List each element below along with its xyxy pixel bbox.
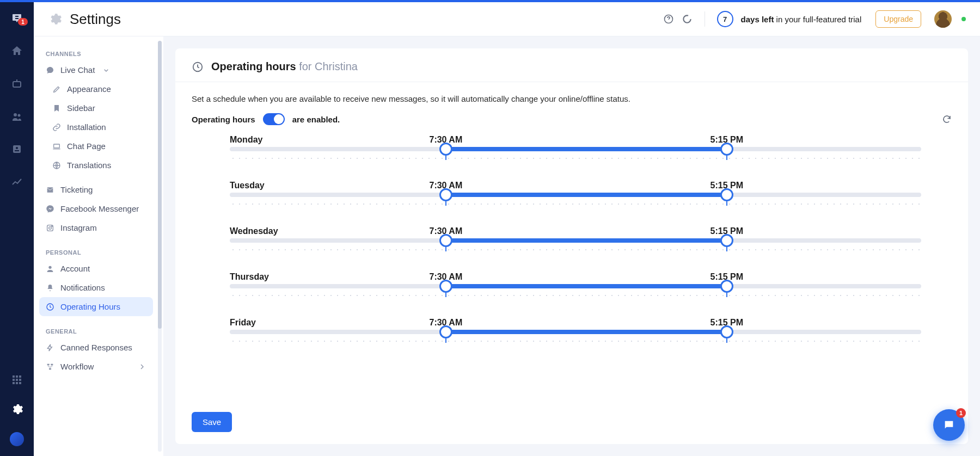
sidebar-item-label: Sidebar (67, 103, 95, 113)
toggle-row: Operating hours are enabled. (192, 113, 952, 125)
svg-rect-11 (19, 379, 21, 381)
day-row: Monday 7:30 AM 5:15 PM (230, 135, 921, 160)
fab-badge: 1 (956, 408, 966, 418)
sidebar-item-sidebar[interactable]: Sidebar (39, 98, 153, 118)
chat-fab[interactable]: 1 (933, 409, 965, 441)
slider-handle-start[interactable] (439, 280, 452, 293)
day-row: Wednesday 7:30 AM 5:15 PM (230, 226, 921, 251)
sidebar-item-label: Notifications (60, 283, 105, 292)
slider-handle-start[interactable] (439, 325, 452, 338)
sidebar-item-facebook[interactable]: Facebook Messenger (39, 199, 153, 218)
slider-ticks (230, 246, 921, 251)
time-slider[interactable] (230, 238, 921, 243)
sidebar-item-translations[interactable]: Translations (39, 156, 153, 175)
trial-days-badge: 7 (717, 11, 733, 27)
inbox-icon[interactable]: 1 (10, 12, 23, 25)
chevron-down-icon (102, 66, 111, 75)
time-slider[interactable] (230, 330, 921, 334)
pencil-icon (52, 85, 61, 94)
card-title: Operating hours for Christina (211, 60, 358, 73)
sidebar-item-label: Workflow (60, 362, 94, 371)
sidebar-item-notifications[interactable]: Notifications (39, 278, 153, 297)
bookmark-icon (52, 104, 61, 113)
bot-icon[interactable] (10, 77, 23, 90)
home-icon[interactable] (10, 45, 23, 58)
app-root: 1 (0, 2, 980, 456)
content: Operating hours for Christina Set a sche… (163, 36, 980, 456)
svg-rect-13 (16, 382, 18, 384)
day-row: Tuesday 7:30 AM 5:15 PM (230, 181, 921, 206)
brand-logo[interactable] (10, 432, 24, 446)
svg-rect-8 (19, 375, 21, 378)
header-divider (705, 11, 705, 27)
svg-rect-9 (13, 379, 15, 381)
apps-icon[interactable] (10, 373, 23, 386)
slider-handle-start[interactable] (439, 143, 452, 156)
svg-rect-26 (49, 368, 51, 369)
time-slider[interactable] (230, 147, 921, 151)
svg-rect-5 (15, 150, 19, 151)
sidebar-head-channels: CHANNELS (39, 46, 153, 60)
slider-handle-start[interactable] (439, 234, 452, 247)
nav-rail: 1 (0, 2, 34, 456)
sidebar-item-label: Account (60, 264, 90, 273)
page-title: Settings (70, 11, 121, 28)
slider-handle-start[interactable] (439, 188, 452, 201)
workflow-icon (46, 362, 54, 371)
slider-ticks (230, 200, 921, 206)
day-name: Monday (230, 135, 262, 145)
id-icon[interactable] (10, 143, 23, 156)
svg-rect-12 (13, 382, 15, 384)
slider-handle-end[interactable] (720, 188, 733, 201)
sidebar-item-label: Chat Page (67, 141, 106, 151)
upgrade-button[interactable]: Upgrade (875, 10, 921, 28)
toggle-suffix: are enabled. (292, 115, 340, 124)
sidebar-item-label: Installation (67, 122, 106, 132)
inbox-badge: 1 (18, 18, 28, 26)
mail-icon (46, 186, 54, 194)
slider-ticks (230, 337, 921, 343)
instagram-icon (46, 224, 54, 232)
day-name: Wednesday (230, 226, 278, 236)
time-slider[interactable] (230, 284, 921, 288)
sidebar-item-instagram[interactable]: Instagram (39, 218, 153, 237)
sidebar-item-ticketing[interactable]: Ticketing (39, 180, 153, 199)
slider-handle-end[interactable] (720, 280, 733, 293)
sidebar-item-canned[interactable]: Canned Responses (39, 338, 153, 357)
contacts-icon[interactable] (10, 110, 23, 123)
link-icon (52, 123, 61, 132)
sidebar-item-appearance[interactable]: Appearance (39, 79, 153, 98)
sidebar-scrollbar[interactable] (158, 41, 162, 452)
svg-point-22 (48, 266, 51, 268)
sidebar-item-label: Translations (67, 161, 111, 170)
svg-rect-25 (51, 363, 53, 365)
loading-icon[interactable] (682, 14, 693, 24)
slider-handle-end[interactable] (720, 234, 733, 247)
clock-icon (46, 303, 54, 311)
toggle-operating-hours[interactable] (263, 113, 285, 125)
sidebar-item-workflow[interactable]: Workflow (39, 357, 153, 376)
sidebar-item-label: Operating Hours (60, 302, 120, 311)
sidebar-item-account[interactable]: Account (39, 259, 153, 278)
svg-rect-17 (54, 144, 60, 148)
sidebar-item-label: Facebook Messenger (60, 204, 139, 213)
avatar[interactable] (934, 10, 952, 28)
slider-handle-end[interactable] (720, 143, 733, 156)
clock-icon (192, 61, 204, 73)
day-name: Tuesday (230, 181, 265, 190)
analytics-icon[interactable] (10, 175, 23, 188)
save-button[interactable]: Save (192, 412, 232, 432)
sidebar-item-installation[interactable]: Installation (39, 118, 153, 137)
trial-text: days left in your full-featured trial (741, 15, 862, 24)
time-slider[interactable] (230, 193, 921, 197)
help-icon[interactable] (663, 14, 674, 24)
svg-point-21 (52, 226, 52, 226)
svg-point-4 (16, 147, 18, 149)
refresh-icon[interactable] (942, 114, 952, 124)
sidebar-item-chat-page[interactable]: Chat Page (39, 137, 153, 156)
day-row: Friday 7:30 AM 5:15 PM (230, 318, 921, 343)
sidebar-item-live-chat[interactable]: Live Chat (39, 60, 153, 79)
settings-icon[interactable] (10, 403, 23, 416)
slider-handle-end[interactable] (720, 325, 733, 338)
sidebar-item-operating-hours[interactable]: Operating Hours (39, 297, 153, 316)
